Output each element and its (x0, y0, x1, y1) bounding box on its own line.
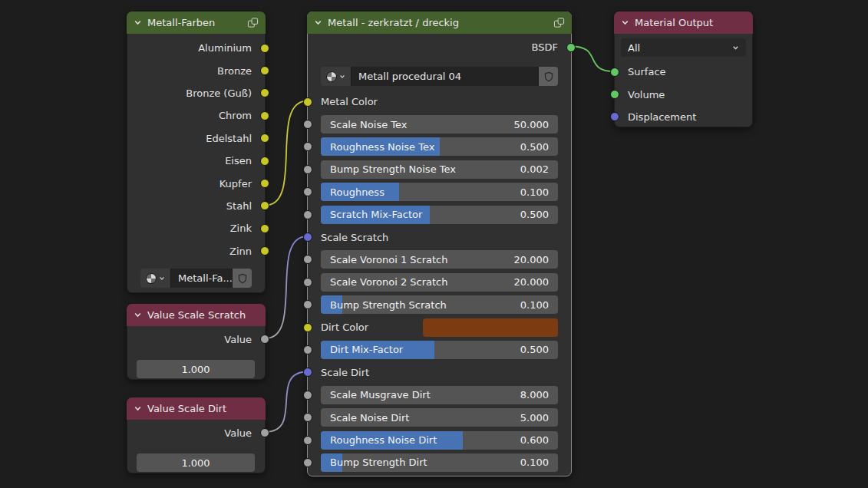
socket-scale-voronoi-2-scratch-input[interactable] (303, 278, 312, 287)
socket-bump-strength-scratch-input[interactable] (303, 300, 312, 309)
output-row-stahl: Stahl (140, 195, 252, 217)
collapse-chevron-icon[interactable] (134, 404, 142, 413)
material-browse-button[interactable] (321, 67, 351, 86)
input-row-dirt-mix-factor: Dirt Mix-Factor 0.500 (321, 338, 558, 361)
shield-icon (544, 71, 553, 82)
output-row-value: Value (140, 326, 252, 352)
input-row-scale-voronoi-2-scratch: Scale Voronoi 2 Scratch 20.000 (321, 271, 558, 293)
slider-roughness[interactable]: Roughness 0.100 (321, 183, 558, 201)
input-row-roughness-noise-tex: Roughness Noise Tex 0.500 (321, 136, 558, 158)
dirt-color-swatch[interactable] (423, 318, 558, 337)
socket-roughness-input[interactable] (303, 187, 312, 196)
input-row-scale-dirt: Scale Dirt (321, 361, 558, 384)
input-row-roughness: Roughness 0.100 (321, 181, 558, 203)
socket-bsdf-output[interactable] (566, 43, 576, 52)
slider-dirt-mix-factor[interactable]: Dirt Mix-Factor 0.500 (321, 341, 558, 359)
slider-roughness-noise-tex[interactable]: Roughness Noise Tex 0.500 (321, 137, 558, 156)
socket-scale-scratch-input[interactable] (303, 232, 312, 242)
input-row-scale-voronoi-1-scratch: Scale Voronoi 1 Scratch 20.000 (321, 249, 558, 271)
socket-roughness-noise-dirt-input[interactable] (303, 436, 312, 445)
output-row-bsdf: BSDF (321, 36, 558, 58)
datablock-name-field[interactable]: Metall-Fa... (171, 269, 233, 288)
node-header-material-output[interactable]: Material Output (614, 12, 753, 34)
slider-scale-musgrave-dirt[interactable]: Scale Musgrave Dirt 8.000 (321, 386, 558, 404)
node-material-output[interactable]: Material Output All Surface Volume Displ… (614, 12, 753, 127)
input-row-scale-noise-dirt: Scale Noise Dirt 5.000 (321, 406, 558, 428)
input-row-metal-color: Metal Color (321, 91, 558, 113)
input-row-surface: Surface (628, 61, 739, 83)
socket-scale-voronoi-1-scratch-input[interactable] (303, 255, 312, 264)
node-title: Metall - zerkratzt / dreckig (328, 17, 548, 28)
socket-scratch-mix-factor-input[interactable] (303, 210, 312, 219)
socket-scale-dirt-input[interactable] (303, 368, 312, 377)
slider-bump-strength-dirt[interactable]: Bump Strength Dirt 0.100 (321, 453, 558, 472)
socket-scale-noise-dirt-input[interactable] (303, 413, 312, 422)
value-number-field[interactable]: 1.000 (137, 360, 255, 378)
input-row-bump-strength-noise-tex: Bump Strength Noise Tex 0.002 (321, 158, 558, 180)
collapse-chevron-icon[interactable] (134, 311, 142, 319)
slider-scale-voronoi-1-scratch[interactable]: Scale Voronoi 1 Scratch 20.000 (321, 250, 558, 269)
collapse-chevron-icon[interactable] (621, 18, 629, 27)
slider-bump-strength-scratch[interactable]: Bump Strength Scratch 0.100 (321, 295, 558, 314)
chevron-down-icon (732, 45, 739, 51)
socket-surface-input[interactable] (610, 68, 619, 77)
slider-bump-strength-noise-tex[interactable]: Bump Strength Noise Tex 0.002 (321, 160, 558, 179)
socket-bump-strength-noise-tex-input[interactable] (303, 165, 312, 174)
node-header-value-scale-dirt[interactable]: Value Scale Dirt (127, 397, 266, 420)
node-header-value-scale-scratch[interactable]: Value Scale Scratch (127, 304, 266, 326)
socket-roughness-noise-tex-input[interactable] (303, 142, 312, 151)
socket-volume-input[interactable] (610, 90, 619, 99)
slider-scale-voronoi-2-scratch[interactable]: Scale Voronoi 2 Scratch 20.000 (321, 273, 558, 292)
node-header-metall-farben[interactable]: Metall-Farben (127, 12, 266, 34)
socket-bump-strength-dirt-input[interactable] (303, 458, 312, 467)
fake-user-toggle[interactable] (233, 269, 252, 288)
socket-dirt-color-input[interactable] (303, 323, 312, 332)
socket-kupfer-output[interactable] (260, 179, 269, 188)
node-title: Value Scale Scratch (147, 309, 259, 321)
node-value-scale-scratch[interactable]: Value Scale Scratch Value 1.000 (127, 304, 266, 380)
output-row-eisen: Eisen (140, 150, 252, 172)
socket-eisen-output[interactable] (260, 157, 269, 166)
slider-roughness-noise-dirt[interactable]: Roughness Noise Dirt 0.600 (321, 431, 558, 450)
output-row-bronze: Bronze (140, 59, 252, 81)
output-target-dropdown[interactable]: All (621, 38, 746, 57)
node-metall-zerkratzt-dreckig[interactable]: Metall - zerkratzt / dreckig BSDF Metall… (307, 12, 572, 476)
output-row-aluminium: Aluminium (140, 37, 252, 59)
socket-aluminium-output[interactable] (260, 44, 269, 53)
socket-metal-color-input[interactable] (303, 97, 312, 107)
output-row-chrom: Chrom (140, 104, 252, 127)
socket-scale-noise-tex-input[interactable] (303, 120, 312, 129)
output-row-value: Value (140, 420, 252, 446)
slider-scratch-mix-factor[interactable]: Scratch Mix-Factor 0.500 (321, 206, 558, 224)
node-title: Metall-Farben (147, 17, 242, 28)
wire-bsdf-to-surface (572, 47, 614, 72)
collapse-chevron-icon[interactable] (314, 18, 322, 27)
socket-displacement-input[interactable] (610, 112, 619, 121)
datablock-browse-button[interactable] (140, 269, 171, 288)
node-header-main[interactable]: Metall - zerkratzt / dreckig (307, 12, 572, 34)
node-value-scale-dirt[interactable]: Value Scale Dirt Value 1.000 (127, 397, 266, 473)
output-row-edelstahl: Edelstahl (140, 127, 252, 150)
node-metall-farben[interactable]: Metall-Farben Aluminium Bronze Bronze (G… (127, 12, 266, 293)
socket-chrom-output[interactable] (260, 111, 269, 120)
node-group-icon (247, 17, 259, 28)
socket-dirt-mix-factor-input[interactable] (303, 345, 312, 354)
slider-scale-noise-tex[interactable]: Scale Noise Tex 50.000 (321, 115, 558, 134)
output-row-kupfer: Kupfer (140, 172, 252, 194)
fake-user-toggle[interactable] (539, 67, 558, 86)
input-row-scratch-mix-factor: Scratch Mix-Factor 0.500 (321, 203, 558, 226)
input-row-bump-strength-scratch: Bump Strength Scratch 0.100 (321, 294, 558, 316)
wire-value-dirt-to-scale-dirt (266, 372, 307, 433)
material-name-field[interactable]: Metall procedural 04 (351, 67, 539, 86)
socket-scale-musgrave-dirt-input[interactable] (303, 391, 312, 400)
socket-value-dirt-output[interactable] (260, 428, 269, 437)
socket-value-scratch-output[interactable] (260, 335, 269, 344)
shield-icon (238, 273, 247, 284)
chevron-down-icon (159, 275, 165, 282)
material-preview-icon (326, 71, 337, 82)
socket-zink-output[interactable] (260, 224, 269, 233)
value-number-field[interactable]: 1.000 (137, 453, 255, 472)
slider-scale-noise-dirt[interactable]: Scale Noise Dirt 5.000 (321, 408, 558, 427)
collapse-chevron-icon[interactable] (134, 18, 142, 27)
socket-bronze-output[interactable] (260, 66, 269, 75)
